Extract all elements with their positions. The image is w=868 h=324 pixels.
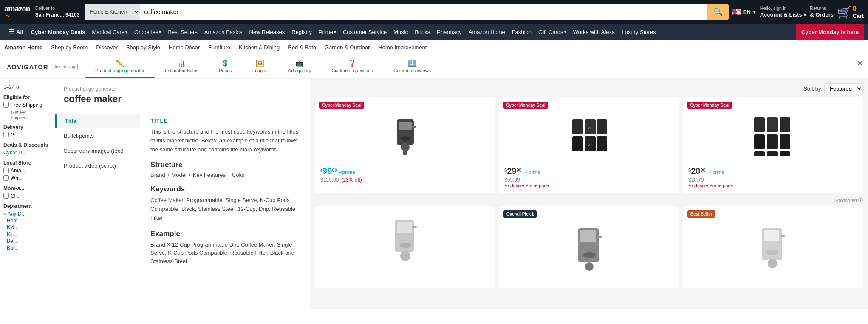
search-input[interactable] [140,4,707,20]
sidebar-item-amazon-basics[interactable]: Amazon Basics [201,24,246,40]
delivery-label: Delivery [3,124,51,130]
kid-link[interactable]: Kid... [7,225,51,230]
ppg-nav: Title Bullet points Secondary images (te… [55,109,140,309]
free-shipping-checkbox[interactable] [3,102,9,108]
tab-prices[interactable]: 💲 Prices [209,55,242,78]
more-dept-link[interactable]: ... [7,252,51,258]
more-label: More-s... [3,185,51,191]
sidebar-item-medical-care[interactable]: Medical Care ▾ [89,24,131,40]
search-button[interactable]: 🔍 [707,4,729,20]
sidebar-item-prime[interactable]: Prime ▾ [315,24,339,40]
product-card-1[interactable]: Cyber Monday Deal $9900 ✓prim [315,97,495,193]
wh-checkbox-label[interactable]: Wh... [3,175,51,181]
svg-rect-11 [597,136,607,151]
close-button[interactable]: ✕ [857,59,863,68]
get-checkbox-label[interactable]: Get [3,132,51,138]
ppg-example-value: Brand X 12-Cup Programmable Drip Coffee … [150,241,300,266]
deliver-location: San Franc... 94103 [35,11,80,19]
cat-furniture[interactable]: Furniture [208,44,230,51]
account-area[interactable]: Hello, sign in Account & Lists ▾ [760,5,807,18]
sidebar-item-groceries[interactable]: Groceries ▾ [131,24,164,40]
language-selector[interactable]: 🇺🇸 EN ▼ [732,7,757,17]
all-menu-button[interactable]: ☰ All [4,24,28,40]
free-shipping-checkbox-label[interactable]: Free Shipping [3,102,51,108]
product-card-3[interactable]: Cyber Monday Deal [683,97,863,193]
bed-link[interactable]: Be... [7,238,51,244]
sidebar-item-fashion[interactable]: Fashion [509,24,535,40]
returns-area[interactable]: Returns & Orders [810,5,834,18]
tab-reviews-icon: ⬇️ [408,59,416,67]
cat-kitchen-dining[interactable]: Kitchen & Dining [239,44,280,51]
svg-rect-20 [780,117,790,132]
search-category-select[interactable]: Home & Kitchen [85,4,140,20]
sidebar-item-music[interactable]: Music [390,24,411,40]
sidebar-item-luxury-stores[interactable]: Luxury Stores [618,24,659,40]
tab-images[interactable]: 🖼️ Images [242,55,278,78]
cat-garden-outdoor[interactable]: Garden & Outdoor [325,44,370,51]
sidebar-item-customer-service[interactable]: Customer Service [339,24,390,40]
bat-link[interactable]: Bat... [7,245,51,251]
amazon-checkbox-label[interactable]: Ama... [3,168,51,173]
product-card-5[interactable]: Overall Pick ℹ [499,206,679,288]
get-delivery-checkbox[interactable] [3,132,9,137]
product-grid-area: Sort by: Featured Cyber Monday Deal [310,79,868,309]
product-card-6[interactable]: Best Seller [683,206,863,288]
tab-customer-questions[interactable]: ❓ Customer questions [321,55,383,78]
tab-reviews-label: Customer reviews [393,68,431,73]
price-off-1: (23% off) [341,177,362,183]
tab-ads-label: Ads gallery [288,68,311,73]
sidebar-item-pharmacy[interactable]: Pharmacy [433,24,465,40]
advigator-logo-area: ADVIGATOR Advertising [0,55,85,78]
cat-amazon-home[interactable]: Amazon Home [4,44,42,51]
amazon-local-checkbox[interactable] [3,168,9,173]
left-sidebar: 1–24 of Eligible for Free Shipping Get F… [0,79,55,309]
ppg-desc: This is the structure and the most used … [150,128,300,154]
cat-shop-by-room[interactable]: Shop by Room [51,44,88,51]
ppg-nav-product-video[interactable]: Product video (script) [55,158,140,173]
eligible-label: Eligible for [3,94,51,100]
kit-link[interactable]: Kit... [7,231,51,237]
home-link[interactable]: Hom... [7,218,51,224]
returns-label: Returns [810,5,834,11]
sidebar-item-registry[interactable]: Registry [288,24,315,40]
cyber-badge-1: Cyber Monday Deal [319,102,364,109]
wh-checkbox[interactable] [3,175,9,181]
tab-ads-gallery[interactable]: 📺 Ads gallery [278,55,321,78]
cat-shop-by-style[interactable]: Shop by Style [126,44,160,51]
cli-checkbox[interactable] [3,193,9,199]
cat-bed-bath[interactable]: Bed & Bath [288,44,316,51]
any-dept-link[interactable]: < Any D... [3,211,51,217]
sort-select[interactable]: Featured [824,83,863,94]
price-area-2: $2998 ✓prime $59.99 Exclusive Prime pric… [504,166,674,188]
tab-images-label: Images [252,68,268,73]
sidebar-item-new-releases[interactable]: New Releases [246,24,288,40]
cat-home-decor[interactable]: Home Décor [169,44,200,51]
sidebar-item-cyber-monday[interactable]: Cyber Monday Deals [28,24,89,40]
cli-checkbox-label[interactable]: Cli... [3,193,51,199]
cart-area[interactable]: 🛒 0 Cart [837,5,864,20]
cyber-monday-right-badge[interactable]: Cyber Monday is here [796,24,864,40]
price-area-1: $9900 ✓prime $129.00 (23% off) [320,166,490,183]
sidebar-item-works-alexa[interactable]: Works with Alexa [570,24,619,40]
ppg-nav-title[interactable]: Title [55,114,140,128]
cat-home-improvement[interactable]: Home Improvement [378,44,427,51]
tab-customer-reviews[interactable]: ⬇️ Customer reviews [383,55,441,78]
ppg-nav-bullet-points[interactable]: Bullet points [55,128,140,143]
svg-rect-8 [585,119,596,134]
tab-product-page-generator[interactable]: ✏️ Product page generator [85,55,155,78]
sidebar-item-amazon-home[interactable]: Amazon Home [465,24,509,40]
sidebar-item-books[interactable]: Books [411,24,433,40]
cyber-deal-link[interactable]: Cyber D... [3,150,51,156]
amazon-logo[interactable]: amazon 〜 [4,4,30,20]
ppg-example-title: Example [150,230,300,238]
deliver-area[interactable]: Deliver to San Franc... 94103 [35,5,80,19]
sidebar-item-gift-cards[interactable]: Gift Cards ▾ [535,24,570,40]
svg-rect-34 [764,230,779,241]
tab-estimated-sales[interactable]: 📊 Estimated Sales [155,55,209,78]
product-card-4[interactable] [315,206,495,288]
sidebar-item-best-sellers[interactable]: Best Sellers [164,24,201,40]
product-card-2[interactable]: Cyber Monday Deal A A $2998 [499,97,679,193]
top-nav: amazon 〜 Deliver to San Franc... 94103 H… [0,0,868,24]
ppg-nav-secondary-images[interactable]: Secondary images (text) [55,143,140,158]
cat-discover[interactable]: Discover [96,44,118,51]
